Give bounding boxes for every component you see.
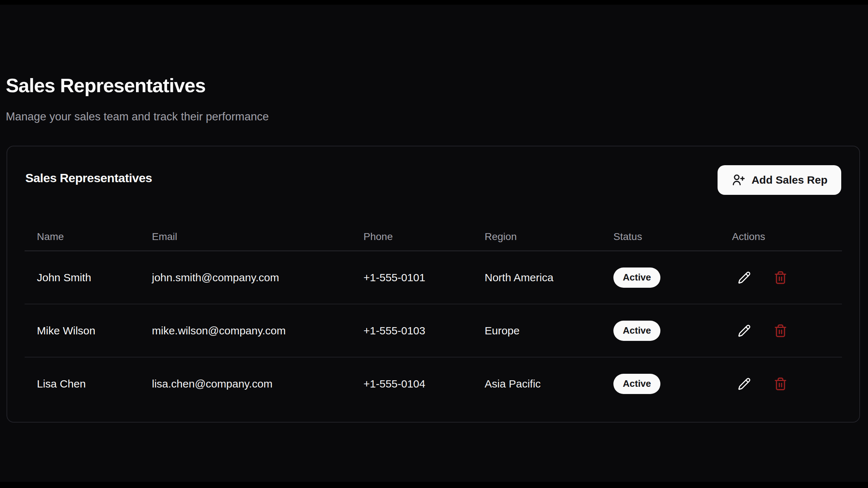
add-sales-rep-label: Add Sales Rep <box>752 174 827 186</box>
cell-status: Active <box>601 267 720 288</box>
status-badge: Active <box>613 374 660 394</box>
cell-phone: +1-555-0101 <box>351 271 472 284</box>
table-body: John Smith john.smith@company.com +1-555… <box>25 251 842 410</box>
trash-icon <box>774 324 787 338</box>
cell-actions <box>720 321 842 341</box>
page-background: Sales Representatives Manage your sales … <box>0 5 868 482</box>
cell-region: Asia Pacific <box>472 378 601 390</box>
cell-name: Lisa Chen <box>25 378 140 390</box>
cell-name: Mike Wilson <box>25 325 140 337</box>
sales-reps-table: Name Email Phone Region Status Actions J… <box>25 223 842 410</box>
pencil-icon <box>738 377 751 390</box>
page-subtitle: Manage your sales team and track their p… <box>6 110 269 123</box>
edit-button[interactable] <box>734 321 754 341</box>
status-badge: Active <box>613 267 660 288</box>
column-header-email: Email <box>140 231 351 243</box>
cell-actions <box>720 374 842 394</box>
delete-button[interactable] <box>770 267 791 288</box>
add-sales-rep-button[interactable]: Add Sales Rep <box>718 165 841 195</box>
column-header-region: Region <box>472 231 601 243</box>
cell-email: john.smith@company.com <box>140 271 351 284</box>
delete-button[interactable] <box>770 374 791 394</box>
cell-region: Europe <box>472 325 601 337</box>
page-title: Sales Representatives <box>6 74 205 97</box>
column-header-phone: Phone <box>351 231 472 243</box>
cell-phone: +1-555-0103 <box>351 325 472 337</box>
cell-email: mike.wilson@company.com <box>140 325 351 337</box>
cell-name: John Smith <box>25 271 140 284</box>
trash-icon <box>774 271 787 284</box>
user-plus-icon <box>731 173 745 187</box>
cell-actions <box>720 267 842 288</box>
column-header-status: Status <box>601 231 720 243</box>
table-header-row: Name Email Phone Region Status Actions <box>25 223 842 251</box>
table-row: Mike Wilson mike.wilson@company.com +1-5… <box>25 304 842 358</box>
cell-status: Active <box>601 374 720 394</box>
table-row: John Smith john.smith@company.com +1-555… <box>25 251 842 304</box>
delete-button[interactable] <box>770 321 791 341</box>
column-header-actions: Actions <box>720 231 842 243</box>
edit-button[interactable] <box>734 267 754 288</box>
cell-status: Active <box>601 321 720 341</box>
trash-icon <box>774 377 787 391</box>
column-header-name: Name <box>25 231 140 243</box>
status-badge: Active <box>613 321 660 341</box>
cell-phone: +1-555-0104 <box>351 378 472 390</box>
card-title: Sales Representatives <box>25 171 152 185</box>
cell-email: lisa.chen@company.com <box>140 378 351 390</box>
pencil-icon <box>738 271 751 284</box>
pencil-icon <box>738 324 751 337</box>
cell-region: North America <box>472 271 601 284</box>
table-row: Lisa Chen lisa.chen@company.com +1-555-0… <box>25 358 842 410</box>
sales-reps-card: Sales Representatives Add Sales Rep Name… <box>7 146 860 423</box>
edit-button[interactable] <box>734 374 754 394</box>
